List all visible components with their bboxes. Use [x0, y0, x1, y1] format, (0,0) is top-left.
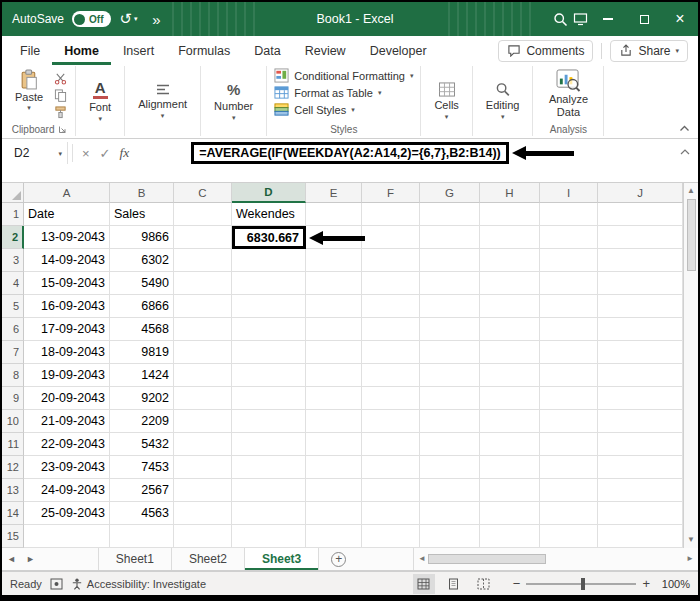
cell-H1[interactable]	[480, 203, 540, 226]
cell-A15[interactable]	[24, 525, 110, 548]
column-header-B[interactable]: B	[110, 183, 174, 203]
cell-I9[interactable]	[540, 387, 598, 410]
horizontal-scrollbar[interactable]: ◄ ►	[413, 548, 698, 570]
cell-C11[interactable]	[174, 433, 232, 456]
column-header-J[interactable]: J	[598, 183, 683, 203]
cell-F15[interactable]	[362, 525, 420, 548]
cell-H9[interactable]	[480, 387, 540, 410]
cell-B13[interactable]: 2567	[110, 479, 174, 502]
cell-D15[interactable]	[232, 525, 306, 548]
cell-D5[interactable]	[232, 295, 306, 318]
insert-function-icon[interactable]: fx	[116, 145, 136, 161]
cell-I15[interactable]	[540, 525, 598, 548]
cell-A13[interactable]: 24-09-2043	[24, 479, 110, 502]
cell-J12[interactable]	[598, 456, 683, 479]
cells-group-button[interactable]: Cells ▾	[426, 66, 466, 136]
cell-I13[interactable]	[540, 479, 598, 502]
cell-B5[interactable]: 6866	[110, 295, 174, 318]
macro-record-button[interactable]	[50, 578, 63, 590]
row-header-7[interactable]: 7	[2, 341, 24, 364]
autosave-toggle[interactable]: Off	[72, 11, 110, 27]
cell-B7[interactable]: 9819	[110, 341, 174, 364]
cell-E13[interactable]	[306, 479, 362, 502]
cell-G1[interactable]	[420, 203, 480, 226]
cell-H10[interactable]	[480, 410, 540, 433]
cell-A2[interactable]: 13-09-2043	[24, 226, 110, 249]
cell-G4[interactable]	[420, 272, 480, 295]
cell-I10[interactable]	[540, 410, 598, 433]
cell-A9[interactable]: 20-09-2043	[24, 387, 110, 410]
cell-I4[interactable]	[540, 272, 598, 295]
share-dropdown-icon[interactable]: ▾	[675, 47, 679, 54]
cell-I6[interactable]	[540, 318, 598, 341]
select-all-corner[interactable]	[2, 183, 24, 203]
tab-formulas[interactable]: Formulas	[166, 36, 242, 65]
page-break-view-button[interactable]	[473, 574, 495, 594]
row-header-11[interactable]: 11	[2, 433, 24, 456]
cell-G9[interactable]	[420, 387, 480, 410]
cell-H6[interactable]	[480, 318, 540, 341]
cell-B2[interactable]: 9866	[110, 226, 174, 249]
column-header-A[interactable]: A	[24, 183, 110, 203]
cell-F8[interactable]	[362, 364, 420, 387]
cell-J5[interactable]	[598, 295, 683, 318]
comments-button[interactable]: Comments	[498, 40, 593, 62]
cell-H12[interactable]	[480, 456, 540, 479]
cell-E12[interactable]	[306, 456, 362, 479]
cell-A3[interactable]: 14-09-2043	[24, 249, 110, 272]
cell-B3[interactable]: 6302	[110, 249, 174, 272]
cell-E3[interactable]	[306, 249, 362, 272]
cell-C5[interactable]	[174, 295, 232, 318]
analyze-data-button[interactable]: Analyze Data	[538, 66, 598, 121]
row-header-15[interactable]: 15	[2, 525, 24, 548]
cell-C1[interactable]	[174, 203, 232, 226]
cell-G8[interactable]	[420, 364, 480, 387]
cell-D12[interactable]	[232, 456, 306, 479]
cell-E4[interactable]	[306, 272, 362, 295]
cell-A6[interactable]: 17-09-2043	[24, 318, 110, 341]
accessibility-status[interactable]: Accessibility: Investigate	[87, 578, 206, 590]
cell-C6[interactable]	[174, 318, 232, 341]
cell-I11[interactable]	[540, 433, 598, 456]
scroll-up-icon[interactable]: ▲	[685, 184, 697, 198]
cancel-entry-icon[interactable]: ×	[77, 146, 95, 161]
tab-home[interactable]: Home	[52, 36, 111, 65]
cell-C2[interactable]	[174, 226, 232, 249]
cell-F9[interactable]	[362, 387, 420, 410]
horizontal-scroll-track[interactable]	[428, 548, 684, 570]
cell-J4[interactable]	[598, 272, 683, 295]
cell-G13[interactable]	[420, 479, 480, 502]
cell-I8[interactable]	[540, 364, 598, 387]
undo-dropdown-icon[interactable]: ▾	[134, 15, 138, 23]
cell-E8[interactable]	[306, 364, 362, 387]
row-header-13[interactable]: 13	[2, 479, 24, 502]
cell-C8[interactable]	[174, 364, 232, 387]
horizontal-scroll-thumb[interactable]	[428, 554, 546, 564]
tab-file[interactable]: File	[8, 36, 52, 65]
cell-D1[interactable]: Wekendes	[232, 203, 306, 226]
cell-C7[interactable]	[174, 341, 232, 364]
formula-input[interactable]: =AVERAGE(IF(WEEKDAY(A2:A14,2)={6,7},B2:B…	[135, 141, 694, 165]
row-header-4[interactable]: 4	[2, 272, 24, 295]
cell-G5[interactable]	[420, 295, 480, 318]
cell-E1[interactable]	[306, 203, 362, 226]
cell-B11[interactable]: 5432	[110, 433, 174, 456]
cell-F11[interactable]	[362, 433, 420, 456]
row-header-5[interactable]: 5	[2, 295, 24, 318]
cell-D14[interactable]	[232, 502, 306, 525]
cell-I1[interactable]	[540, 203, 598, 226]
cell-J8[interactable]	[598, 364, 683, 387]
number-group-button[interactable]: % Number ▾	[206, 66, 261, 136]
row-header-12[interactable]: 12	[2, 456, 24, 479]
cell-D6[interactable]	[232, 318, 306, 341]
cell-B15[interactable]	[110, 525, 174, 548]
cell-J10[interactable]	[598, 410, 683, 433]
cell-G2[interactable]	[420, 226, 480, 249]
paste-button[interactable]: Paste ▾	[9, 66, 49, 114]
cell-H7[interactable]	[480, 341, 540, 364]
cell-J2[interactable]	[598, 226, 683, 249]
cell-E7[interactable]	[306, 341, 362, 364]
cell-J13[interactable]	[598, 479, 683, 502]
cell-J3[interactable]	[598, 249, 683, 272]
cell-H11[interactable]	[480, 433, 540, 456]
